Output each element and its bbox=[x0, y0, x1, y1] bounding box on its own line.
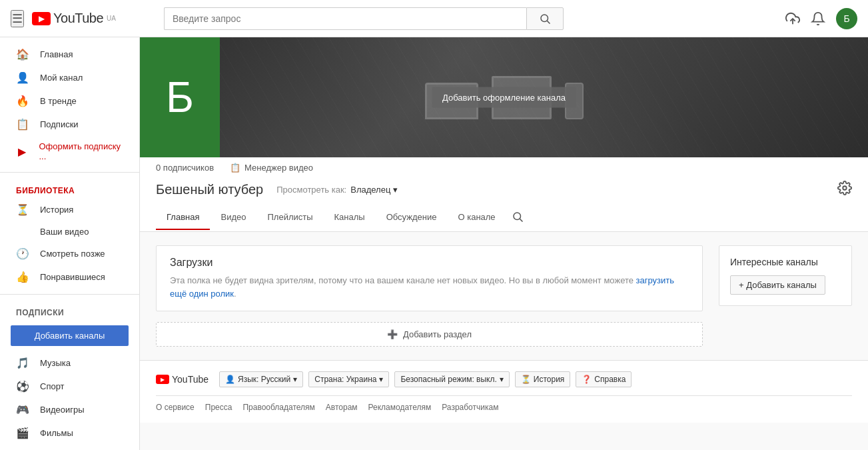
add-channels-button[interactable]: Добавить каналы bbox=[11, 325, 129, 346]
sidebar-item-history[interactable]: ⏳ История bbox=[0, 198, 139, 221]
sidebar-item-your-videos[interactable]: Ваши видео bbox=[0, 221, 139, 242]
dropdown-arrow-icon: ▾ bbox=[393, 185, 398, 195]
uploads-section: Загрузки Эта полка не будет видна зрител… bbox=[156, 245, 703, 311]
footer-nav-about[interactable]: О сервисе bbox=[156, 403, 195, 412]
sidebar-item-label: Смотреть позже bbox=[40, 249, 105, 259]
add-section-icon: ➕ bbox=[387, 329, 398, 339]
channel-sidebar: Интересные каналы + Добавить каналы bbox=[719, 245, 852, 347]
menu-icon[interactable]: ☰ bbox=[11, 10, 24, 27]
safe-mode-label: Безопасный режим: выкл. bbox=[400, 375, 496, 384]
footer-logo: YouTube bbox=[156, 374, 209, 385]
sidebar-item-films[interactable]: 🎬 Фильмы bbox=[0, 421, 139, 445]
user-avatar[interactable]: Б bbox=[836, 8, 857, 29]
channel-main: Загрузки Эта полка не будет видна зрител… bbox=[156, 245, 703, 347]
footer-nav-developers[interactable]: Разработчикам bbox=[442, 403, 498, 412]
header-left: ☰ YouTubeUA bbox=[11, 10, 151, 27]
sidebar-item-trending[interactable]: 🔥 В тренде bbox=[0, 89, 139, 113]
help-icon: ❓ bbox=[582, 375, 592, 384]
footer: YouTube 👤 Язык: Русский ▾ Страна: Украин… bbox=[140, 360, 868, 423]
sidebar-item-games[interactable]: 🎮 Видеоигры bbox=[0, 398, 139, 421]
add-section-button[interactable]: ➕ Добавить раздел bbox=[156, 322, 703, 347]
footer-history-button[interactable]: ⏳ История bbox=[515, 371, 571, 387]
sidebar-item-label: Подписки bbox=[40, 119, 79, 129]
sidebar-item-label: Музыка bbox=[40, 358, 71, 368]
sidebar-item-watch-later[interactable]: 🕐 Смотреть позже bbox=[0, 242, 139, 265]
sidebar-item-home[interactable]: 🏠 Главная bbox=[0, 43, 139, 66]
sidebar-item-get-subscription[interactable]: ▶ Оформить подписку ... bbox=[0, 136, 139, 167]
sidebar-divider bbox=[0, 172, 139, 173]
video-manager-icon: 📋 bbox=[230, 163, 240, 173]
search-bar bbox=[164, 7, 564, 30]
svg-point-4 bbox=[514, 213, 521, 220]
footer-nav-copyright[interactable]: Правообладателям bbox=[242, 403, 314, 412]
logo-link[interactable]: YouTubeUA bbox=[32, 11, 116, 26]
tab-discussion[interactable]: Обсуждение bbox=[376, 205, 448, 230]
logo-text: YouTube bbox=[53, 11, 103, 26]
channel-name-row: Бешеный ютубер Просмотреть как: Владелец… bbox=[156, 182, 398, 197]
sidebar-item-subscriptions[interactable]: 📋 Подписки bbox=[0, 113, 139, 136]
tab-search-icon[interactable] bbox=[506, 204, 529, 231]
logo-ua: UA bbox=[107, 15, 116, 22]
sidebar-divider-2 bbox=[0, 294, 139, 295]
sport-icon: ⚽ bbox=[16, 380, 29, 393]
subscriptions-icon: 📋 bbox=[16, 118, 29, 131]
language-selector[interactable]: 👤 Язык: Русский ▾ bbox=[219, 371, 303, 387]
films-icon: 🎬 bbox=[16, 427, 29, 439]
channel-settings-button[interactable] bbox=[837, 181, 852, 199]
tab-home[interactable]: Главная bbox=[156, 205, 210, 230]
sidebar-item-label: Оформить подписку ... bbox=[39, 141, 123, 161]
games-icon: 🎮 bbox=[16, 403, 29, 416]
video-manager-label: Менеджер видео bbox=[244, 163, 313, 173]
safe-mode-chevron-icon: ▾ bbox=[500, 375, 504, 384]
channel-tabs: Главная Видео Плейлисты Каналы Обсуждени… bbox=[156, 204, 852, 231]
sidebar-item-music[interactable]: 🎵 Музыка bbox=[0, 351, 139, 375]
country-selector[interactable]: Страна: Украина ▾ bbox=[308, 371, 389, 387]
liked-icon: 👍 bbox=[16, 271, 29, 283]
add-interesting-channels-button[interactable]: + Добавить каналы bbox=[730, 275, 825, 295]
sidebar-item-liked[interactable]: 👍 Понравившиеся bbox=[0, 265, 139, 289]
channel-body: Загрузки Эта полка не будет видна зрител… bbox=[140, 232, 868, 360]
footer-top: YouTube 👤 Язык: Русский ▾ Страна: Украин… bbox=[156, 371, 852, 396]
sidebar-item-label: Понравившиеся bbox=[40, 272, 105, 282]
home-icon: 🏠 bbox=[16, 48, 29, 61]
sidebar: 🏠 Главная 👤 Мой канал 🔥 В тренде 📋 Подпи… bbox=[0, 37, 140, 450]
footer-nav: О сервисе Пресса Правообладателям Автора… bbox=[156, 396, 852, 412]
notifications-button[interactable] bbox=[811, 11, 825, 26]
history-icon: ⏳ bbox=[521, 375, 531, 384]
page-layout: 🏠 Главная 👤 Мой канал 🔥 В тренде 📋 Подпи… bbox=[0, 0, 868, 450]
channel-banner: Б Добавить оформление канала bbox=[140, 37, 868, 157]
upload-button[interactable] bbox=[785, 11, 800, 26]
sidebar-item-sport[interactable]: ⚽ Спорт bbox=[0, 375, 139, 398]
subscriptions-section-title: ПОДПИСКИ bbox=[0, 300, 139, 320]
search-input[interactable] bbox=[164, 7, 526, 30]
channel-info-top: Бешеный ютубер Просмотреть как: Владелец… bbox=[156, 173, 852, 199]
footer-nav-authors[interactable]: Авторам bbox=[326, 403, 358, 412]
svg-line-5 bbox=[520, 219, 522, 221]
video-manager-link[interactable]: 📋 Менеджер видео bbox=[230, 163, 313, 173]
get-subscription-icon: ▶ bbox=[16, 145, 28, 158]
subscribers-row: 0 подписчиков 📋 Менеджер видео bbox=[156, 157, 852, 173]
add-section-label: Добавить раздел bbox=[403, 329, 472, 339]
footer-nav-press[interactable]: Пресса bbox=[205, 403, 232, 412]
view-as-label: Просмотреть как: bbox=[276, 185, 346, 195]
sidebar-item-label: Главная bbox=[40, 49, 73, 59]
footer-logo-text: YouTube bbox=[172, 374, 209, 385]
tab-channels[interactable]: Каналы bbox=[324, 205, 376, 230]
tab-videos[interactable]: Видео bbox=[210, 205, 256, 230]
footer-help-button[interactable]: ❓ Справка bbox=[576, 371, 632, 387]
history-icon: ⏳ bbox=[16, 203, 29, 216]
search-button[interactable] bbox=[526, 7, 564, 30]
library-section-title: БИБЛИОТЕКА bbox=[0, 178, 139, 198]
sidebar-item-label: История bbox=[40, 205, 73, 215]
view-as: Просмотреть как: Владелец ▾ bbox=[276, 185, 398, 195]
tab-playlists[interactable]: Плейлисты bbox=[256, 205, 323, 230]
tab-about[interactable]: О канале bbox=[447, 205, 506, 230]
view-as-select[interactable]: Владелец ▾ bbox=[350, 185, 398, 195]
interesting-channels-box: Интересные каналы + Добавить каналы bbox=[719, 245, 852, 306]
add-channel-art-button[interactable]: Добавить оформление канала bbox=[432, 87, 576, 108]
safe-mode-selector[interactable]: Безопасный режим: выкл. ▾ bbox=[394, 371, 509, 387]
sidebar-item-label: Фильмы bbox=[40, 428, 73, 438]
main-content: Б Добавить оформление канала 0 подписчик… bbox=[140, 37, 868, 450]
sidebar-item-my-channel[interactable]: 👤 Мой канал bbox=[0, 66, 139, 89]
footer-nav-advertisers[interactable]: Рекламодателям bbox=[368, 403, 432, 412]
